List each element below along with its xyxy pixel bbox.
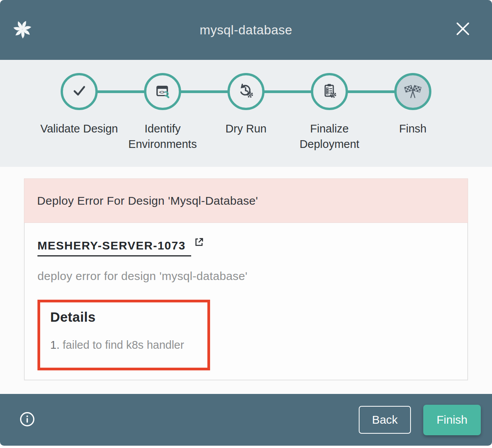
step-label: Dry Run (226, 121, 266, 136)
error-details-highlight-box: Details failed to find k8s handler (37, 300, 210, 370)
details-list-item: failed to find k8s handler (50, 339, 207, 351)
meshery-logo-icon (13, 20, 32, 39)
details-title: Details (50, 309, 207, 325)
history-gear-icon (237, 81, 255, 102)
close-icon (456, 22, 470, 37)
code-wrench-icon: <> (153, 81, 172, 102)
external-link-icon (193, 237, 204, 249)
dialog-title: mysql-database (200, 23, 292, 37)
dialog-content: Deploy Error For Design 'Mysql-Database'… (0, 167, 492, 380)
info-icon (19, 411, 35, 428)
error-code-link[interactable]: MESHERY-SERVER-1073 (37, 239, 455, 256)
step-label: Finalize Deployment (288, 121, 371, 152)
back-button[interactable]: Back (359, 406, 411, 434)
deployment-stepper: Validate Design <> Identify Environme (0, 60, 492, 167)
close-button[interactable] (455, 22, 470, 37)
step-label: Validate Design (41, 121, 118, 136)
checkered-flags-icon (403, 81, 422, 102)
step-label: Identify Environments (121, 121, 204, 152)
check-icon (70, 81, 88, 102)
error-details-section: MESHERY-SERVER-1073 deploy error for des… (24, 223, 468, 380)
step-circle (227, 73, 265, 110)
step-circle (311, 73, 348, 110)
clipboard-gear-icon (320, 81, 339, 102)
step-label: Finsh (399, 121, 427, 136)
details-list: failed to find k8s handler (50, 339, 207, 351)
dialog-footer: Back Finish (0, 394, 492, 446)
deployment-wizard-dialog: mysql-database (0, 0, 492, 446)
deploy-error-panel: Deploy Error For Design 'Mysql-Database'… (24, 178, 468, 380)
step-circle-active (394, 73, 431, 110)
error-code-text: MESHERY-SERVER-1073 (37, 239, 191, 256)
error-banner: Deploy Error For Design 'Mysql-Database' (24, 178, 468, 223)
step-dry-run: Dry Run (204, 60, 288, 152)
info-button[interactable] (19, 411, 35, 428)
step-identify-environments: <> Identify Environments (121, 60, 204, 152)
step-finish: Finsh (371, 60, 455, 152)
finish-button[interactable]: Finish (423, 405, 481, 435)
svg-text:<>: <> (159, 90, 165, 95)
error-summary: deploy error for design 'mysql-database' (37, 270, 455, 283)
step-circle: <> (144, 73, 181, 110)
step-finalize-deployment: Finalize Deployment (288, 60, 371, 152)
dialog-header: mysql-database (0, 0, 492, 60)
step-circle (61, 73, 98, 110)
step-validate-design: Validate Design (37, 60, 121, 152)
error-banner-title: Deploy Error For Design 'Mysql-Database' (37, 194, 258, 207)
